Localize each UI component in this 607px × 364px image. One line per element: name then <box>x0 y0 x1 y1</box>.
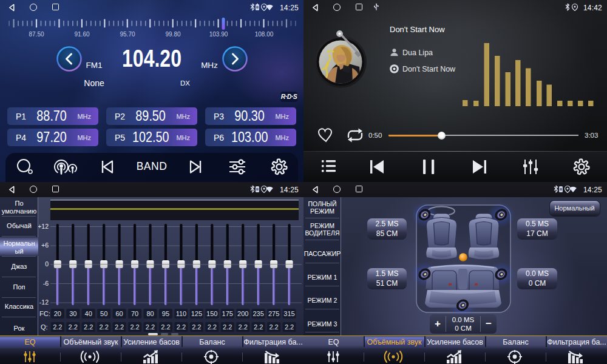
svg-text:2.2: 2.2 <box>177 323 186 331</box>
svg-text:2.2: 2.2 <box>269 323 278 331</box>
svg-text:95: 95 <box>162 310 169 317</box>
svg-text:108.00: 108.00 <box>255 31 274 38</box>
svg-text:2.2: 2.2 <box>254 323 263 331</box>
svg-text:2.2: 2.2 <box>115 323 124 331</box>
svg-text:-12: -12 <box>39 298 49 306</box>
svg-text:2.2: 2.2 <box>146 323 155 331</box>
svg-text:91.60: 91.60 <box>74 31 89 38</box>
svg-text:150: 150 <box>206 310 217 317</box>
svg-text:+6: +6 <box>41 241 49 249</box>
svg-text:2.2: 2.2 <box>208 323 217 331</box>
svg-text:200: 200 <box>237 310 248 317</box>
svg-text:2.2: 2.2 <box>239 323 248 331</box>
svg-text:315: 315 <box>283 310 294 317</box>
svg-text:125: 125 <box>191 310 202 317</box>
svg-text:-6: -6 <box>43 280 49 287</box>
svg-text:20: 20 <box>54 310 61 317</box>
svg-text:0: 0 <box>45 260 49 268</box>
svg-text:99.80: 99.80 <box>165 31 180 38</box>
svg-text:2.2: 2.2 <box>285 323 294 331</box>
svg-text:2.2: 2.2 <box>53 323 62 331</box>
svg-text:60: 60 <box>115 310 123 317</box>
svg-text:110: 110 <box>176 310 187 317</box>
svg-text:103.90: 103.90 <box>209 31 228 38</box>
svg-text:2.2: 2.2 <box>100 323 109 331</box>
svg-text:50: 50 <box>100 310 107 317</box>
svg-text:2.2: 2.2 <box>69 323 78 331</box>
svg-text:2.2: 2.2 <box>223 323 232 331</box>
svg-text:2.2: 2.2 <box>130 323 139 331</box>
svg-text:235: 235 <box>253 310 263 317</box>
svg-text:Q:: Q: <box>41 323 48 331</box>
svg-text:95.70: 95.70 <box>120 31 135 38</box>
svg-text:FC:: FC: <box>39 310 50 317</box>
svg-text:40: 40 <box>85 310 92 317</box>
svg-text:80: 80 <box>146 310 154 317</box>
svg-text:87.50: 87.50 <box>29 31 44 38</box>
svg-text:275: 275 <box>268 310 279 317</box>
svg-text:2.2: 2.2 <box>192 323 201 331</box>
svg-text:175: 175 <box>222 310 233 317</box>
svg-text:+12: +12 <box>38 223 49 230</box>
svg-text:30: 30 <box>69 310 76 317</box>
svg-text:2.2: 2.2 <box>84 323 93 331</box>
svg-text:2.2: 2.2 <box>161 323 170 331</box>
svg-text:70: 70 <box>131 310 138 317</box>
